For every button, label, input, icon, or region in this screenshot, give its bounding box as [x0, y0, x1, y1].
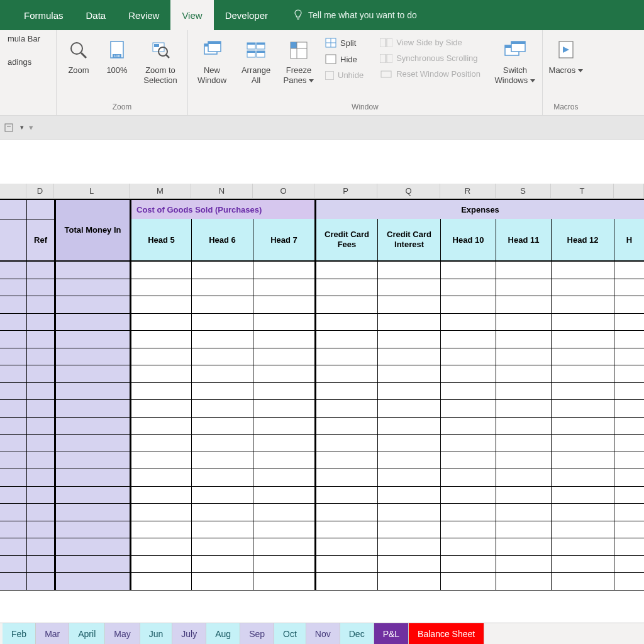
cell[interactable] — [54, 504, 130, 521]
cell[interactable] — [496, 556, 551, 574]
cell[interactable] — [377, 365, 440, 383]
cell[interactable] — [54, 487, 130, 504]
cell[interactable] — [496, 452, 551, 470]
cell[interactable] — [54, 452, 130, 470]
cell[interactable] — [551, 314, 614, 331]
table-row[interactable] — [0, 348, 644, 366]
cell[interactable] — [377, 469, 440, 487]
table-row[interactable] — [0, 400, 644, 418]
cell[interactable] — [551, 279, 614, 297]
cell[interactable] — [26, 262, 54, 279]
cell[interactable] — [440, 383, 496, 401]
tell-me-search[interactable]: Tell me what you want to do — [279, 0, 425, 30]
cell[interactable] — [440, 538, 496, 556]
table-row[interactable] — [0, 383, 644, 401]
cell[interactable] — [614, 435, 644, 452]
cell[interactable] — [496, 435, 551, 452]
cell[interactable] — [614, 452, 644, 470]
cell[interactable] — [130, 400, 191, 418]
cell[interactable] — [314, 521, 377, 539]
cell[interactable] — [26, 400, 54, 418]
cell[interactable] — [614, 365, 644, 383]
cell[interactable] — [0, 348, 26, 366]
cell[interactable] — [130, 452, 191, 470]
cell[interactable] — [377, 418, 440, 435]
cell[interactable] — [26, 487, 54, 504]
cell[interactable] — [191, 314, 253, 331]
table-row[interactable] — [0, 435, 644, 452]
cell[interactable] — [614, 348, 644, 366]
cell[interactable] — [130, 262, 191, 279]
cell[interactable] — [0, 556, 26, 574]
cell[interactable] — [253, 504, 314, 521]
cell[interactable] — [377, 504, 440, 521]
cell[interactable] — [377, 452, 440, 470]
cell[interactable] — [54, 314, 130, 331]
table-row[interactable] — [0, 296, 644, 314]
cell[interactable] — [440, 279, 496, 297]
cell[interactable] — [26, 469, 54, 487]
cell[interactable] — [0, 435, 26, 452]
cell[interactable] — [377, 400, 440, 418]
column-header[interactable]: S — [496, 184, 551, 198]
cell[interactable] — [0, 400, 26, 418]
table-row[interactable] — [0, 452, 644, 470]
cell[interactable] — [496, 331, 551, 348]
cell[interactable] — [253, 331, 314, 348]
cell[interactable] — [496, 262, 551, 279]
cell[interactable] — [496, 521, 551, 539]
table-row[interactable] — [0, 262, 644, 279]
split-button[interactable]: Split — [321, 36, 367, 49]
cell[interactable] — [496, 383, 551, 401]
cell[interactable] — [191, 348, 253, 366]
cell[interactable] — [54, 348, 130, 366]
cell[interactable] — [440, 521, 496, 539]
cell[interactable] — [253, 452, 314, 470]
cell[interactable] — [26, 556, 54, 574]
cell[interactable] — [191, 331, 253, 348]
cell[interactable] — [54, 521, 130, 539]
cell[interactable] — [130, 538, 191, 556]
cell[interactable] — [26, 418, 54, 435]
column-header[interactable]: O — [253, 184, 314, 198]
cell[interactable] — [26, 296, 54, 314]
cell[interactable] — [191, 262, 253, 279]
cell[interactable] — [314, 435, 377, 452]
cell[interactable] — [26, 452, 54, 470]
cell[interactable] — [191, 296, 253, 314]
cell[interactable] — [614, 556, 644, 574]
cell[interactable] — [54, 365, 130, 383]
cell[interactable] — [614, 262, 644, 279]
cell[interactable] — [191, 556, 253, 574]
cell[interactable] — [0, 279, 26, 297]
column-header[interactable] — [0, 184, 26, 198]
table-row[interactable] — [0, 331, 644, 348]
sheet-tab-aug[interactable]: Aug — [206, 623, 240, 644]
cell[interactable] — [253, 521, 314, 539]
cell[interactable] — [26, 573, 54, 591]
cell[interactable] — [253, 556, 314, 574]
cell[interactable] — [54, 435, 130, 452]
sheet-tab-april[interactable]: April — [69, 623, 105, 644]
cell[interactable] — [614, 418, 644, 435]
cell[interactable] — [614, 383, 644, 401]
cell[interactable] — [440, 348, 496, 366]
cell[interactable] — [440, 296, 496, 314]
cell[interactable] — [0, 487, 26, 504]
arrange-all-button[interactable]: ArrangeAll — [236, 33, 276, 86]
cell[interactable] — [314, 262, 377, 279]
cell[interactable] — [130, 504, 191, 521]
cell[interactable] — [253, 400, 314, 418]
sheet-tab-july[interactable]: July — [172, 623, 206, 644]
cell[interactable] — [130, 469, 191, 487]
macros-button[interactable]: Macros — [547, 33, 586, 75]
sheet-tab-mar[interactable]: Mar — [36, 623, 69, 644]
cell[interactable] — [130, 296, 191, 314]
cell[interactable] — [496, 418, 551, 435]
cell[interactable] — [551, 331, 614, 348]
sheet-tab-jun[interactable]: Jun — [140, 623, 173, 644]
cell[interactable] — [496, 348, 551, 366]
cell[interactable] — [440, 452, 496, 470]
cell[interactable] — [314, 314, 377, 331]
cell[interactable] — [440, 469, 496, 487]
